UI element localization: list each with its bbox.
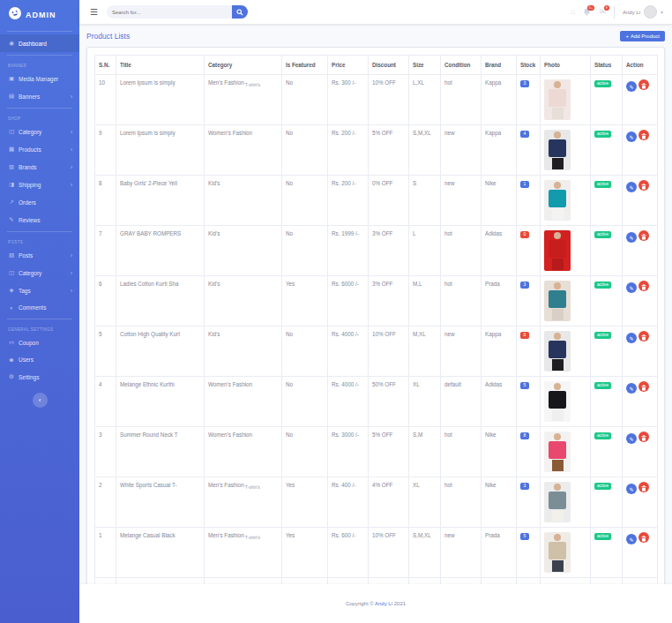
column-header-size: Size [409, 56, 441, 75]
cell-condition: hot [441, 75, 482, 125]
messages-envelope-icon[interactable]: ✉ 9 [599, 8, 606, 16]
cell-stock: 1 [517, 176, 541, 226]
sidebar-item-users[interactable]: ☻Users [0, 351, 79, 368]
sidebar-item-settings[interactable]: ⚙Settings [0, 368, 79, 386]
sidebar-item-category[interactable]: ◫Category› [0, 123, 79, 140]
cell-action: ✎ [623, 176, 658, 226]
edit-button[interactable]: ✎ [626, 433, 637, 444]
cell-category: Men's FashionT-shirt's [205, 477, 282, 528]
cell-brand: Nike [482, 477, 517, 528]
search-button[interactable] [232, 5, 248, 19]
cell-discount: 10% OFF [369, 75, 409, 125]
sidebar-section-label: SHOP [0, 111, 79, 123]
cell-is-featured: No [282, 226, 328, 276]
sidebar-item-label: Comments [19, 304, 46, 311]
table-row: 8Baby Girls' 2-Piece YellKid'sNoRs. 200 … [95, 176, 658, 226]
divider [7, 31, 72, 32]
delete-button[interactable] [638, 79, 649, 90]
add-product-button[interactable]: + Add Product [620, 31, 665, 41]
edit-pencil-icon: ✎ [629, 486, 633, 492]
product-photo [544, 180, 571, 221]
sidebar-item-reviews[interactable]: ✎Reviews [0, 211, 79, 229]
notifications-bell-icon[interactable]: 5+ [583, 8, 591, 17]
sidebar-item-shipping[interactable]: ◨Shipping› [0, 176, 79, 193]
sidebar-item-label: Media Manager [19, 76, 58, 82]
sidebar-collapse-button[interactable]: ‹ [33, 393, 48, 408]
brand-logo[interactable]: ADMIN [0, 0, 79, 28]
category-text: Men's Fashion [208, 482, 244, 488]
delete-button[interactable] [638, 281, 649, 291]
cell-condition: default [441, 377, 482, 427]
edit-pencil-icon: ✎ [629, 84, 633, 90]
cell-sn: 1 [95, 528, 116, 578]
edit-button[interactable]: ✎ [626, 131, 637, 142]
delete-button[interactable] [638, 130, 649, 140]
cell-stock: 0 [517, 226, 541, 276]
delete-button[interactable] [638, 180, 649, 191]
cell-discount: 4% OFF [369, 477, 409, 528]
user-menu[interactable]: Andy Li ▾ [623, 5, 663, 19]
edit-button[interactable]: ✎ [626, 484, 637, 494]
table-row: 1Melange Casual BlackMen's FashionT-shir… [95, 528, 658, 578]
delete-button[interactable] [638, 381, 649, 392]
hamburger-menu-icon[interactable]: ☰ [88, 8, 100, 17]
cell-status: active [591, 75, 623, 125]
edit-button[interactable]: ✎ [626, 282, 637, 293]
column-header-size: Size [409, 578, 441, 585]
delete-button[interactable] [638, 230, 649, 241]
sidebar-item-banners[interactable]: ▤Banners› [0, 87, 79, 105]
photo-head [554, 282, 561, 289]
sidebar-item-coupon[interactable]: ▭Coupon [0, 334, 79, 351]
table-row: 7GRAY BABY ROMPERSKid'sNoRs. 1999 /-3% O… [95, 226, 658, 276]
edit-pencil-icon: ✎ [629, 386, 633, 392]
sidebar-item-brands[interactable]: ▥Brands› [0, 158, 79, 176]
category-text: Kid's [208, 180, 220, 186]
sidebar-item-label: Tags [19, 288, 31, 294]
column-header-stock: Stock [517, 56, 541, 75]
delete-button[interactable] [638, 482, 649, 492]
table-head: S.N.TitleCategoryIs FeaturedPriceDiscoun… [95, 56, 658, 75]
edit-button[interactable]: ✎ [626, 182, 637, 192]
edit-button[interactable]: ✎ [626, 383, 637, 394]
sidebar-item-tags[interactable]: ◈Tags› [0, 281, 79, 299]
cell-is-featured: No [282, 377, 328, 427]
footer-author-link[interactable]: Andy Li [375, 601, 392, 606]
chevron-right-icon: › [71, 164, 72, 170]
sidebar-item-posts[interactable]: ▧Posts› [0, 246, 79, 264]
cell-price: Rs. 4000 /- [328, 377, 369, 427]
cell-discount: 50% OFF [369, 377, 409, 427]
cell-is-featured: No [282, 125, 328, 176]
cell-action: ✎ [623, 75, 658, 125]
column-header-discount: Discount [369, 578, 409, 585]
chevron-right-icon: › [71, 288, 72, 294]
sidebar-item-label: Settings [19, 374, 40, 380]
delete-button[interactable] [638, 532, 649, 543]
sidebar-item-label: Users [19, 357, 34, 363]
delete-button[interactable] [638, 432, 649, 442]
cell-photo [541, 427, 591, 477]
product-photo [544, 230, 571, 271]
edit-button[interactable]: ✎ [626, 333, 637, 343]
sidebar-item-category[interactable]: ◫Category› [0, 264, 79, 281]
divider [7, 108, 72, 109]
edit-button[interactable]: ✎ [626, 232, 637, 243]
cell-sn: 6 [95, 276, 116, 327]
search-input[interactable] [107, 5, 232, 19]
sidebar-item-orders[interactable]: ↗Orders [0, 193, 79, 211]
sidebar-item-products[interactable]: ▦Products› [0, 140, 79, 158]
cell-sn: 3 [95, 427, 116, 477]
edit-button[interactable]: ✎ [626, 81, 637, 92]
sidebar-item-comments[interactable]: ◗Comments [0, 299, 79, 316]
sidebar-item-dashboard[interactable]: ◉Dashboard [0, 34, 79, 52]
cell-sn: 4 [95, 377, 116, 427]
cell-size: L [409, 226, 441, 276]
sidebar-toggle-wrap: ‹ [0, 386, 79, 415]
delete-button[interactable] [638, 331, 649, 342]
column-header-action: Action [623, 578, 658, 585]
cell-brand: Adidas [482, 226, 517, 276]
cell-photo [541, 125, 591, 176]
sidebar-item-media-manager[interactable]: ▣Media Manager [0, 70, 79, 87]
edit-button[interactable]: ✎ [626, 534, 637, 544]
photo-torso [549, 441, 566, 459]
home-icon[interactable]: ⌂ [571, 8, 575, 16]
